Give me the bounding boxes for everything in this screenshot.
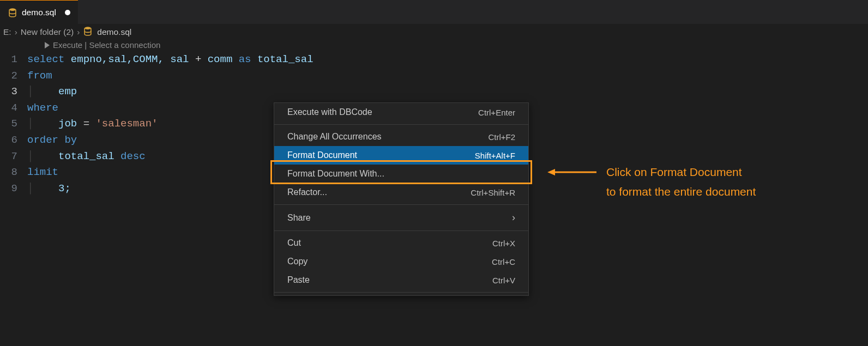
menu-execute-dbcode[interactable]: Execute with DBCode Ctrl+Enter bbox=[274, 103, 528, 122]
svg-point-1 bbox=[85, 27, 91, 29]
annotation-line: Click on Format Document bbox=[606, 162, 756, 182]
menu-item-label: Copy bbox=[287, 257, 308, 266]
menu-separator bbox=[274, 124, 528, 125]
chevron-right-icon: › bbox=[512, 212, 515, 223]
line-number: 3 bbox=[3, 84, 27, 100]
tab-demo-sql[interactable]: demo.sql bbox=[0, 0, 78, 24]
menu-item-shortcut: Ctrl+F2 bbox=[488, 132, 515, 142]
context-menu: Execute with DBCode Ctrl+Enter Change Al… bbox=[274, 102, 529, 296]
line-number: 1 bbox=[3, 52, 27, 68]
annotation-arrow-icon bbox=[547, 168, 596, 177]
code-line[interactable]: where bbox=[27, 100, 58, 117]
code-line[interactable]: │ total_sal desc bbox=[27, 149, 146, 165]
menu-change-all-occurrences[interactable]: Change All Occurrences Ctrl+F2 bbox=[274, 128, 528, 146]
codelens-text: Execute | Select a connection bbox=[53, 40, 160, 50]
breadcrumb-seg-file[interactable]: demo.sql bbox=[83, 26, 131, 38]
menu-share[interactable]: Share › bbox=[274, 208, 528, 228]
code-line[interactable]: from bbox=[27, 68, 52, 84]
menu-separator bbox=[274, 204, 528, 205]
menu-item-shortcut: Ctrl+V bbox=[492, 276, 515, 285]
menu-format-document-with[interactable]: Format Document With... bbox=[274, 165, 528, 183]
menu-item-shortcut: Ctrl+C bbox=[492, 257, 515, 266]
menu-item-label: Cut bbox=[287, 238, 301, 248]
menu-item-label: Paste bbox=[287, 275, 310, 285]
breadcrumb-file-label: demo.sql bbox=[97, 27, 131, 37]
menu-item-label: Share bbox=[287, 213, 311, 223]
annotation-line: to format the entire document bbox=[606, 182, 756, 202]
code-line[interactable]: select empno,sal,COMM, sal + comm as tot… bbox=[27, 52, 314, 68]
menu-separator bbox=[274, 230, 528, 231]
menu-refactor[interactable]: Refactor... Ctrl+Shift+R bbox=[274, 183, 528, 202]
line-number: 6 bbox=[3, 132, 27, 149]
breadcrumb-seg-folder[interactable]: New folder (2) bbox=[21, 27, 74, 37]
menu-item-shortcut: Ctrl+Enter bbox=[478, 108, 515, 117]
database-icon bbox=[8, 8, 17, 17]
code-line[interactable]: │ job = 'salesman' bbox=[27, 116, 158, 132]
line-number: 7 bbox=[3, 149, 27, 165]
breadcrumb-seg-drive[interactable]: E: bbox=[3, 27, 11, 37]
line-number: 9 bbox=[3, 181, 27, 197]
menu-item-label: Refactor... bbox=[287, 187, 327, 197]
tab-bar: demo.sql bbox=[0, 0, 868, 24]
menu-item-label: Format Document bbox=[287, 150, 357, 160]
menu-format-document[interactable]: Format Document Shift+Alt+F bbox=[274, 146, 528, 165]
code-line[interactable]: limit bbox=[27, 165, 58, 181]
svg-marker-3 bbox=[547, 169, 555, 175]
code-line[interactable]: order by bbox=[27, 132, 77, 149]
menu-item-label: Change All Occurrences bbox=[287, 132, 382, 142]
codelens-execute[interactable]: Execute | Select a connection bbox=[0, 39, 868, 52]
chevron-right-icon: › bbox=[77, 27, 80, 37]
tab-label: demo.sql bbox=[22, 8, 56, 17]
line-number: 4 bbox=[3, 100, 27, 117]
menu-paste[interactable]: Paste Ctrl+V bbox=[274, 271, 528, 289]
svg-point-0 bbox=[9, 8, 16, 11]
play-icon bbox=[45, 42, 50, 48]
line-number: 5 bbox=[3, 116, 27, 132]
line-number: 8 bbox=[3, 165, 27, 181]
menu-item-label: Execute with DBCode bbox=[287, 107, 372, 117]
chevron-right-icon: › bbox=[15, 27, 17, 37]
code-line[interactable]: │ 3; bbox=[27, 181, 71, 197]
menu-copy[interactable]: Copy Ctrl+C bbox=[274, 252, 528, 271]
code-line[interactable]: │ emp bbox=[27, 84, 77, 100]
line-number: 2 bbox=[3, 68, 27, 84]
menu-separator bbox=[274, 292, 528, 293]
menu-cut[interactable]: Cut Ctrl+X bbox=[274, 234, 528, 252]
menu-item-shortcut: Ctrl+Shift+R bbox=[471, 188, 515, 197]
breadcrumb[interactable]: E: › New folder (2) › demo.sql bbox=[0, 24, 868, 39]
menu-item-shortcut: Ctrl+X bbox=[492, 239, 515, 248]
menu-item-shortcut: Shift+Alt+F bbox=[475, 151, 515, 160]
annotation-text: Click on Format Document to format the e… bbox=[606, 162, 756, 201]
database-icon bbox=[83, 26, 93, 38]
unsaved-dot-icon bbox=[65, 10, 70, 15]
menu-item-label: Format Document With... bbox=[287, 169, 384, 179]
